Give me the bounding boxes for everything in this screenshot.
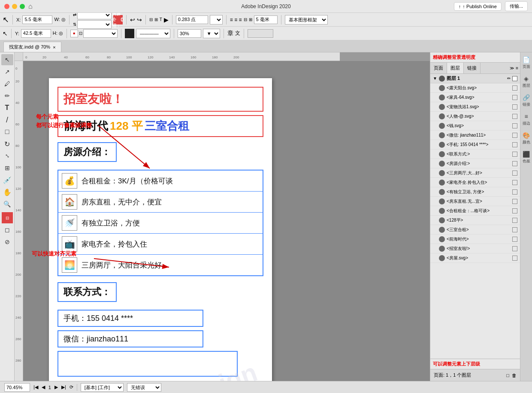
- redo-icon[interactable]: ↪: [137, 16, 142, 23]
- panel-tab-layers[interactable]: 图层: [447, 63, 464, 73]
- pencil-tool[interactable]: ✏: [1, 90, 13, 101]
- free-transform-tool[interactable]: ⊞: [1, 162, 13, 174]
- layer-item[interactable]: <房屋.svg>: [430, 253, 520, 263]
- panel-menu-icon[interactable]: ≡: [516, 66, 518, 70]
- selection-tool[interactable]: ↖: [1, 54, 13, 65]
- layer-item[interactable]: <钱.svg>: [430, 121, 520, 131]
- next-icon[interactable]: ▶: [54, 384, 58, 390]
- layer-item[interactable]: <三室合租>: [430, 225, 520, 235]
- fill-swatch[interactable]: ■: [70, 30, 78, 37]
- layer-item[interactable]: <宠物洗浴1.svg>: [430, 102, 520, 112]
- layer-item[interactable]: <家具-64.svg>: [430, 93, 520, 102]
- pen-tool[interactable]: 🖊: [1, 78, 13, 89]
- layer-vis-icon[interactable]: [439, 76, 445, 82]
- frame-style-dropdown[interactable]: 基本图形框架: [285, 15, 328, 24]
- hand-tool[interactable]: ✋: [1, 186, 13, 198]
- layer-item[interactable]: <露天阳台.svg>: [430, 83, 520, 93]
- rotate-tool[interactable]: ↻: [1, 138, 13, 149]
- undo-icon[interactable]: ↩: [130, 16, 135, 23]
- stroke-dropdown[interactable]: [210, 15, 223, 24]
- sidebar-color-btn[interactable]: 🎨 颜色: [521, 130, 532, 147]
- select-tool2[interactable]: ↖: [3, 30, 8, 37]
- y-input[interactable]: [21, 29, 51, 38]
- maximize-button[interactable]: [20, 4, 25, 9]
- layer-item[interactable]: <手机: 155 0414 ****>: [430, 140, 520, 149]
- fill-tool[interactable]: ⊟: [2, 212, 13, 223]
- tab-close-button[interactable]: ×: [53, 45, 55, 50]
- zoom-level-input[interactable]: [4, 383, 30, 392]
- layer-expand-icon[interactable]: ▼: [433, 76, 437, 81]
- transmit-button[interactable]: 传输...: [505, 1, 528, 11]
- layer-item[interactable]: <128平>: [430, 216, 520, 225]
- layer-item[interactable]: <联系方式:>: [430, 149, 520, 159]
- opacity-input[interactable]: [248, 29, 273, 38]
- layer-vis[interactable]: [439, 208, 445, 214]
- transform-dropdown2[interactable]: [77, 20, 112, 29]
- scale-tool[interactable]: ⤡: [1, 150, 13, 161]
- layer-vis[interactable]: [439, 113, 445, 119]
- layer-lock-icon[interactable]: [512, 76, 517, 81]
- layer-vis[interactable]: [439, 236, 445, 242]
- eyedropper-tool[interactable]: 💉: [1, 174, 13, 186]
- prev-icon[interactable]: ◀: [42, 384, 45, 390]
- layer-vis[interactable]: [439, 255, 445, 261]
- type-tool[interactable]: T: [1, 102, 13, 113]
- line-tool[interactable]: /: [1, 114, 13, 125]
- preview-mode[interactable]: ⊘: [1, 236, 13, 247]
- stroke-style-dropdown[interactable]: ————: [136, 29, 170, 38]
- layer-vis[interactable]: [439, 142, 445, 148]
- panel-expand-icon[interactable]: ≫: [510, 66, 514, 70]
- zoom-input[interactable]: [178, 29, 201, 38]
- sidebar-links-btn[interactable]: 🔗 链接: [521, 92, 532, 109]
- layer-vis[interactable]: [439, 132, 445, 138]
- x-input[interactable]: [22, 15, 52, 24]
- sidebar-layers-btn[interactable]: ◈ 图层: [521, 73, 532, 90]
- layout-dropdown[interactable]: [基本] [工作]: [81, 383, 124, 392]
- layer-vis[interactable]: [439, 198, 445, 204]
- fill-dropdown[interactable]: [83, 29, 118, 38]
- close-button[interactable]: [4, 4, 9, 9]
- layer-vis[interactable]: [439, 217, 445, 223]
- layer-item[interactable]: <微信: jianzhao111>: [430, 131, 520, 140]
- layer-item[interactable]: <三房两厅,大...好>: [430, 168, 520, 178]
- sidebar-swatches-btn[interactable]: ⬛ 色板: [521, 149, 532, 166]
- refresh-icon[interactable]: ⟳: [70, 384, 73, 390]
- margin-input[interactable]: [254, 15, 278, 24]
- direct-select-tool[interactable]: ↗: [1, 66, 13, 77]
- zoom-tool[interactable]: 🔍: [1, 198, 13, 210]
- layer-vis[interactable]: [439, 180, 445, 186]
- layer-item[interactable]: <家电齐全.拎包入住>: [430, 178, 520, 187]
- prev-page-icon[interactable]: |◀: [33, 384, 38, 390]
- layer-vis[interactable]: [439, 94, 445, 101]
- delete-layer-button[interactable]: 🗑: [512, 373, 517, 378]
- zoom-dropdown[interactable]: ▼: [203, 29, 220, 38]
- stroke-width-input[interactable]: [176, 15, 208, 24]
- layer-item[interactable]: <房源介绍:>: [430, 159, 520, 168]
- layer-vis[interactable]: [439, 123, 445, 129]
- panel-tab-links[interactable]: 链接: [464, 63, 481, 73]
- layer-item[interactable]: <有独立卫浴, 方便>: [430, 187, 520, 197]
- layer-vis[interactable]: [439, 189, 445, 195]
- layer-vis[interactable]: [439, 227, 445, 233]
- stroke-color-swatch[interactable]: [125, 29, 134, 38]
- layer-item[interactable]: <房东直租.无...宜>: [430, 197, 520, 206]
- layer-vis[interactable]: [439, 104, 445, 110]
- layer-edit-icon[interactable]: ✏: [507, 76, 511, 81]
- next-page-icon[interactable]: ▶|: [61, 384, 66, 390]
- layer-item[interactable]: <招室友啦!>: [430, 244, 520, 253]
- layer-item[interactable]: <人物-@.svg>: [430, 112, 520, 121]
- layer-vis[interactable]: [439, 85, 445, 91]
- layer-vis[interactable]: [439, 170, 445, 176]
- normal-mode[interactable]: ◻: [1, 224, 13, 235]
- rect-tool[interactable]: □: [1, 126, 13, 137]
- select-tool[interactable]: ↖: [3, 15, 9, 24]
- sidebar-stroke-btn[interactable]: ≡ 描边: [521, 111, 532, 128]
- document-tab[interactable]: 找室友.indd @ 70% ×: [3, 42, 61, 52]
- panel-tab-pages[interactable]: 页面: [430, 63, 447, 73]
- sidebar-pages-btn[interactable]: 📄 页面: [521, 54, 532, 71]
- layer-item[interactable]: <前海时代>: [430, 235, 520, 244]
- layer-vis[interactable]: [439, 246, 445, 252]
- layer-vis[interactable]: [439, 161, 445, 167]
- new-layer-button[interactable]: □: [506, 373, 509, 378]
- minimize-button[interactable]: [12, 4, 17, 9]
